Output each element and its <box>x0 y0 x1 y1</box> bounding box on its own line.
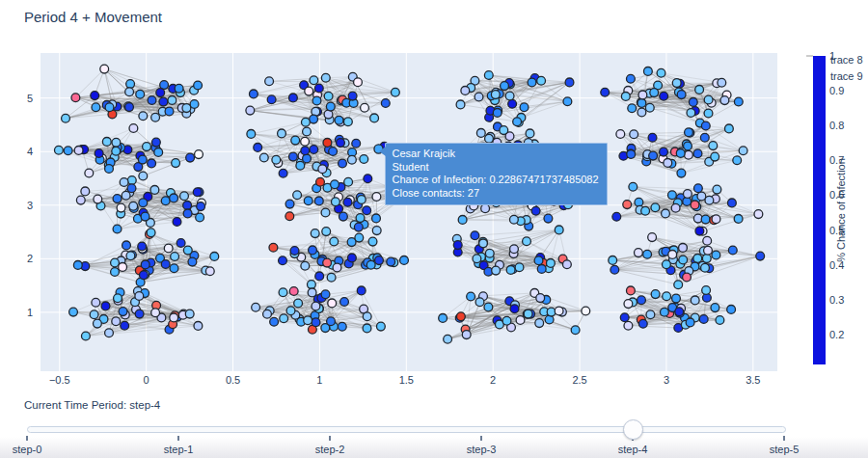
graph-node[interactable] <box>272 155 281 164</box>
graph-node[interactable] <box>400 256 409 265</box>
graph-node[interactable] <box>691 201 699 209</box>
graph-node[interactable] <box>340 298 349 307</box>
slider-step-label-step-5[interactable]: step-5 <box>770 444 800 455</box>
graph-node[interactable] <box>381 99 390 108</box>
graph-node[interactable] <box>185 310 194 318</box>
graph-node[interactable] <box>90 310 98 319</box>
graph-node[interactable] <box>136 90 145 98</box>
graph-node[interactable] <box>291 136 300 145</box>
graph-node[interactable] <box>630 130 638 139</box>
graph-node[interactable] <box>263 310 272 318</box>
graph-node[interactable] <box>92 298 100 307</box>
graph-node[interactable] <box>485 134 494 143</box>
graph-node[interactable] <box>687 109 695 118</box>
graph-node[interactable] <box>704 109 713 118</box>
graph-node[interactable] <box>143 143 151 151</box>
graph-node[interactable] <box>64 147 72 155</box>
graph-node[interactable] <box>303 154 312 163</box>
graph-node[interactable] <box>119 263 127 272</box>
graph-node[interactable] <box>164 244 173 253</box>
graph-node[interactable] <box>361 103 369 112</box>
graph-node[interactable] <box>278 129 286 138</box>
graph-node[interactable] <box>151 309 160 317</box>
graph-node[interactable] <box>686 318 694 327</box>
graph-node[interactable] <box>712 251 720 259</box>
graph-node[interactable] <box>679 244 688 253</box>
graph-node[interactable] <box>296 161 305 170</box>
graph-node[interactable] <box>725 124 734 133</box>
graph-node[interactable] <box>126 252 135 260</box>
graph-node[interactable] <box>526 129 534 138</box>
graph-node[interactable] <box>321 290 330 299</box>
graph-node[interactable] <box>481 204 490 213</box>
graph-node[interactable] <box>309 246 317 255</box>
graph-node[interactable] <box>343 198 352 206</box>
graph-node[interactable] <box>176 239 185 248</box>
graph-node[interactable] <box>676 149 685 158</box>
graph-node[interactable] <box>366 260 375 269</box>
graph-node[interactable] <box>339 212 348 221</box>
graph-node[interactable] <box>674 281 683 289</box>
graph-node[interactable] <box>348 155 357 164</box>
graph-node[interactable] <box>368 237 377 246</box>
graph-node[interactable] <box>321 208 330 217</box>
graph-node[interactable] <box>701 121 710 130</box>
graph-node[interactable] <box>623 201 632 209</box>
graph-node[interactable] <box>660 92 668 100</box>
graph-node[interactable] <box>117 203 125 212</box>
graph-node[interactable] <box>458 216 467 225</box>
graph-node[interactable] <box>91 92 99 100</box>
graph-node[interactable] <box>190 100 199 109</box>
graph-node[interactable] <box>523 237 531 246</box>
graph-node[interactable] <box>609 256 617 265</box>
graph-node[interactable] <box>304 316 312 325</box>
graph-node[interactable] <box>462 331 471 339</box>
graph-node[interactable] <box>125 103 134 112</box>
graph-node[interactable] <box>643 250 652 258</box>
graph-node[interactable] <box>691 296 699 305</box>
graph-node[interactable] <box>704 95 713 104</box>
graph-node[interactable] <box>644 67 653 76</box>
graph-node[interactable] <box>338 322 346 331</box>
graph-node[interactable] <box>685 150 693 159</box>
graph-node[interactable] <box>357 196 366 204</box>
graph-node[interactable] <box>94 319 102 328</box>
graph-node[interactable] <box>324 92 333 100</box>
graph-node[interactable] <box>711 304 719 312</box>
graph-node[interactable] <box>156 89 165 97</box>
graph-node[interactable] <box>363 206 371 215</box>
graph-node[interactable] <box>94 195 102 203</box>
graph-node[interactable] <box>535 319 544 328</box>
graph-node[interactable] <box>701 215 710 224</box>
graph-node[interactable] <box>471 231 479 240</box>
graph-node[interactable] <box>267 95 276 104</box>
graph-node[interactable] <box>122 241 131 250</box>
graph-node[interactable] <box>641 206 650 215</box>
graph-node[interactable] <box>683 273 692 282</box>
graph-node[interactable] <box>485 249 494 257</box>
graph-node[interactable] <box>197 202 205 211</box>
graph-node[interactable] <box>357 286 366 295</box>
graph-node[interactable] <box>649 151 658 160</box>
graph-node[interactable] <box>648 133 657 142</box>
graph-node[interactable] <box>152 138 161 147</box>
graph-node[interactable] <box>457 312 466 321</box>
graph-node[interactable] <box>444 335 452 343</box>
graph-node[interactable] <box>638 319 647 328</box>
graph-node[interactable] <box>159 97 168 106</box>
graph-node[interactable] <box>332 198 340 206</box>
graph-node[interactable] <box>668 191 677 200</box>
graph-node[interactable] <box>716 316 724 325</box>
graph-node[interactable] <box>285 212 294 221</box>
graph-node[interactable] <box>126 80 135 89</box>
graph-node[interactable] <box>333 263 341 272</box>
graph-node[interactable] <box>293 191 302 200</box>
graph-node[interactable] <box>105 329 114 337</box>
graph-node[interactable] <box>635 249 643 257</box>
graph-node[interactable] <box>314 84 323 93</box>
graph-node[interactable] <box>139 199 148 207</box>
graph-node[interactable] <box>702 255 711 263</box>
graph-node[interactable] <box>254 144 262 152</box>
graph-node[interactable] <box>285 200 294 208</box>
graph-node[interactable] <box>147 229 155 237</box>
